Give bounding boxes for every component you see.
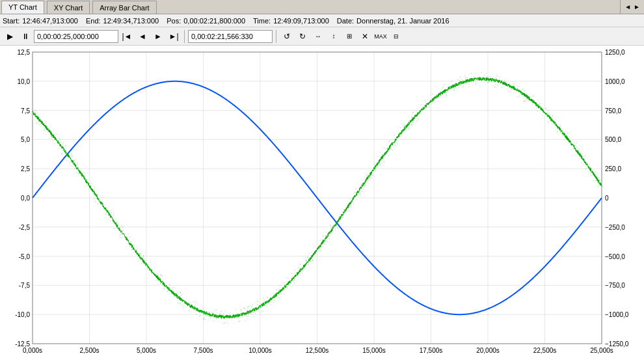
chart-area [0, 46, 644, 358]
start-label: Start: [3, 17, 20, 25]
pos-label: Pos: [167, 17, 181, 25]
toolbar: ▶ ⏸ |◄ ◄ ► ►| ↺ ↻ ↔ ↕ ⊞ ✕ MAX ⊟ [0, 27, 644, 46]
end-label: End: [86, 17, 101, 25]
start-value: 12:46:47,913:000 [22, 17, 78, 25]
zoom-x-button[interactable]: ↔ [311, 29, 325, 44]
cursor-button[interactable]: ✕ [358, 29, 372, 44]
zoom-y-button[interactable]: ↕ [327, 29, 341, 44]
position-input[interactable] [188, 30, 273, 43]
tab-xy-chart[interactable]: XY Chart [47, 1, 90, 14]
refresh-button[interactable]: ↺ [280, 29, 294, 44]
step-back-button[interactable]: ◄ [135, 29, 150, 44]
chart-canvas[interactable] [0, 46, 644, 358]
pause-button[interactable]: ⏸ [18, 29, 33, 44]
tab-array-bar-chart[interactable]: Array Bar Chart [92, 1, 156, 14]
time-value: 12:49:09,713:000 [273, 17, 329, 25]
pos-value: 0,00:02:21,800:000 [183, 17, 245, 25]
time-range-input[interactable] [34, 30, 118, 43]
info-bar: Start: 12:46:47,913:000 End: 12:49:34,71… [0, 14, 644, 27]
max-button[interactable]: MAX [373, 29, 388, 44]
skip-end-button[interactable]: ►| [167, 29, 181, 44]
play-button[interactable]: ▶ [3, 29, 17, 44]
date-value: Donnerstag, 21. Januar 2016 [356, 17, 449, 25]
tab-navigation: ◄ ► [620, 0, 644, 14]
tab-bar: YT Chart XY Chart Array Bar Chart ◄ ► [0, 0, 644, 14]
end-value: 12:49:34,713:000 [103, 17, 159, 25]
legend-button[interactable]: ⊟ [389, 29, 403, 44]
date-label: Date: [337, 17, 354, 25]
toolbar-sep1 [184, 30, 185, 43]
step-fwd-button[interactable]: ► [151, 29, 165, 44]
skip-start-button[interactable]: |◄ [120, 29, 134, 44]
tab-yt-chart[interactable]: YT Chart [1, 1, 44, 14]
fit-button[interactable]: ⊞ [342, 29, 356, 44]
tab-prev[interactable]: ◄ [623, 3, 632, 10]
main-container: YT Chart XY Chart Array Bar Chart ◄ ► St… [0, 0, 644, 358]
tab-next[interactable]: ► [632, 3, 641, 10]
refresh2-button[interactable]: ↻ [295, 29, 310, 44]
time-label: Time: [253, 17, 271, 25]
toolbar-sep2 [276, 30, 276, 43]
